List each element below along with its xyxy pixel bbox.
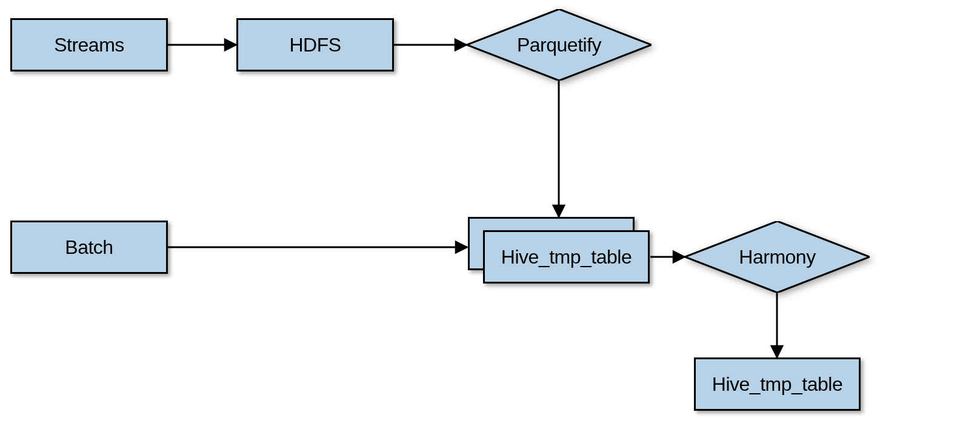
node-hive-tmp-1-label: Hive_tmp_table (501, 246, 632, 268)
node-hive-tmp-1: Hive_tmp_table (483, 230, 650, 284)
node-hive-tmp-2: Hive_tmp_table (694, 357, 861, 411)
node-streams: Streams (10, 18, 168, 71)
node-streams-label: Streams (54, 34, 124, 56)
node-batch: Batch (10, 221, 168, 274)
node-hdfs-label: HDFS (289, 34, 341, 56)
svg-marker-7 (685, 221, 870, 293)
svg-marker-6 (467, 9, 652, 81)
node-batch-label: Batch (65, 236, 113, 259)
node-hive-tmp-2-label: Hive_tmp_table (712, 373, 842, 396)
node-hdfs: HDFS (236, 18, 394, 71)
node-harmony (685, 221, 870, 293)
flowchart-canvas: Streams HDFS Parquetify Batch Hive_tmp_t… (0, 0, 980, 435)
node-parquetify (467, 9, 652, 81)
